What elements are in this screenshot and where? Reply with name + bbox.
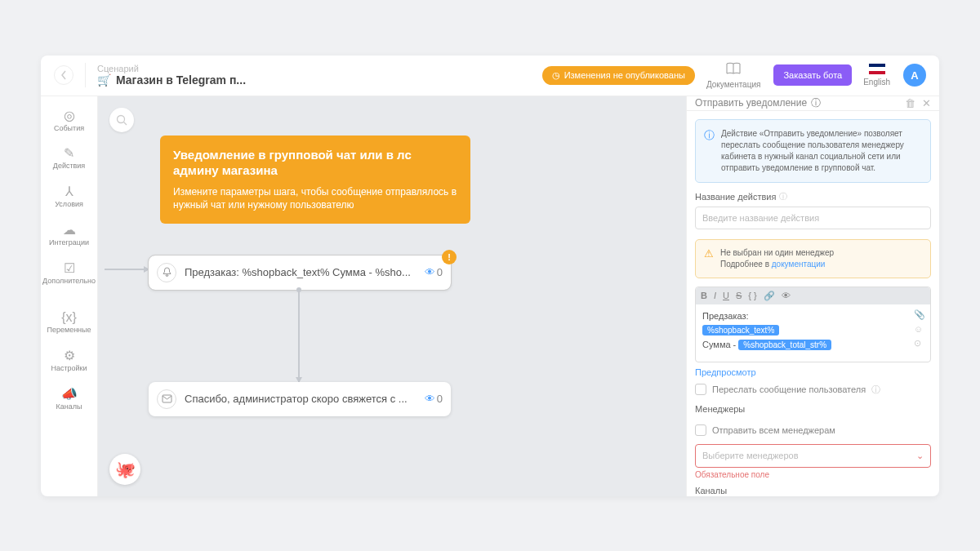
- canvas-note: Уведомление в групповой чат или в лс адм…: [160, 136, 470, 224]
- flow-node-notification[interactable]: Предзаказ: %shopback_text% Сумма - %sho.…: [149, 256, 451, 290]
- underline-button[interactable]: U: [723, 291, 729, 300]
- order-bot-button[interactable]: Заказать бота: [773, 64, 852, 86]
- properties-panel: Отправить уведомление ⓘ 🗑 ✕ ⓘ Действие «…: [686, 96, 939, 496]
- check-icon: ☑: [64, 260, 75, 276]
- action-name-input[interactable]: [695, 207, 931, 229]
- strike-button[interactable]: S: [736, 291, 742, 300]
- panel-header: Отправить уведомление ⓘ 🗑 ✕: [687, 96, 939, 111]
- target-icon: ◎: [64, 108, 75, 123]
- action-name-label: Название действия: [695, 192, 776, 202]
- variable-chip[interactable]: %shopback_total_str%: [738, 340, 831, 350]
- sidebar-item-settings[interactable]: ⚙ Настройки: [41, 341, 97, 380]
- sidebar-item-events[interactable]: ◎ События: [41, 101, 97, 140]
- docs-link[interactable]: Документация: [706, 62, 761, 89]
- connector-arrow: [105, 269, 149, 270]
- message-editor[interactable]: B I U S { } 🔗 👁 Предзаказ: %shopback_tex…: [695, 287, 931, 362]
- delete-button[interactable]: 🗑: [905, 97, 915, 109]
- sidebar-item-integrations[interactable]: ☁ Интеграции: [41, 216, 97, 254]
- managers-select[interactable]: Выберите менеджеров ⌄: [695, 444, 931, 468]
- help-icon[interactable]: ⓘ: [779, 191, 787, 202]
- book-icon: [726, 62, 741, 78]
- flow-canvas[interactable]: 🐙 Уведомление в групповой чат или в лс а…: [98, 96, 686, 496]
- unpublished-chip[interactable]: ◷ Изменения не опубликованы: [542, 66, 695, 85]
- header-divider: [85, 63, 86, 87]
- link-button[interactable]: 🔗: [764, 291, 775, 301]
- info-callout: ⓘ Действие «Отправить уведомление» позво…: [695, 119, 931, 183]
- language-switch[interactable]: English: [863, 64, 890, 87]
- validation-error: Обязательное поле: [687, 470, 939, 486]
- editor-content[interactable]: Предзаказ: %shopback_text% Сумма - %shop…: [696, 304, 930, 362]
- flag-icon: [869, 64, 885, 74]
- eye-button[interactable]: 👁: [782, 291, 791, 300]
- view-count: 👁 0: [425, 266, 443, 278]
- mail-icon: [157, 389, 176, 409]
- checkbox[interactable]: [695, 424, 706, 436]
- eye-icon: 👁: [425, 393, 435, 405]
- warning-icon: ⚠: [704, 247, 714, 270]
- cloud-icon: ☁: [63, 222, 76, 238]
- megaphone-icon: 📣: [61, 386, 78, 402]
- note-text: Измените параметры шага, чтобы сообщение…: [173, 185, 457, 213]
- help-icon[interactable]: ⓘ: [811, 96, 821, 110]
- docs-link[interactable]: документации: [772, 260, 826, 269]
- avatar[interactable]: A: [903, 64, 926, 87]
- channels-label: Каналы: [695, 486, 931, 495]
- preview-link[interactable]: Предпросмотр: [687, 367, 939, 384]
- sidebar-item-channels[interactable]: 📣 Каналы: [41, 380, 97, 418]
- breadcrumb-label: Сценарий: [97, 64, 246, 73]
- node-text: Предзаказ: %shopback_text% Сумма - %sho.…: [185, 266, 420, 278]
- note-title: Уведомление в групповой чат или в лс адм…: [173, 147, 457, 179]
- info-icon: ⓘ: [704, 128, 715, 174]
- clock-icon: ◷: [552, 70, 560, 81]
- bold-button[interactable]: B: [701, 291, 707, 300]
- italic-button[interactable]: I: [714, 291, 716, 300]
- bell-icon: [157, 263, 176, 282]
- options-icon[interactable]: ⊙: [914, 338, 925, 349]
- edit-icon: ✎: [64, 145, 74, 161]
- view-count: 👁 0: [425, 393, 443, 405]
- back-button[interactable]: [54, 65, 74, 85]
- search-button[interactable]: [109, 108, 134, 132]
- variable-chip[interactable]: %shopback_text%: [702, 325, 779, 335]
- emoji-icon[interactable]: ☺: [914, 324, 925, 334]
- send-all-checkbox-row[interactable]: Отправить всем менеджерам: [687, 424, 939, 444]
- sidebar-item-more[interactable]: ☑ Дополнительно: [41, 254, 97, 292]
- editor-toolbar: B I U S { } 🔗 👁: [696, 287, 930, 304]
- gear-icon: ⚙: [64, 348, 75, 363]
- bot-assistant-button[interactable]: 🐙: [109, 454, 140, 485]
- branch-icon: ⅄: [65, 184, 74, 199]
- checkbox[interactable]: [695, 384, 706, 395]
- svg-point-0: [118, 115, 125, 122]
- warning-callout: ⚠ Не выбран ни один менеджер Подробнее в…: [695, 239, 931, 278]
- close-button[interactable]: ✕: [922, 97, 931, 109]
- panel-title: Отправить уведомление: [695, 97, 807, 109]
- page-title: 🛒 Магазин в Telegram п...: [97, 73, 246, 87]
- managers-label: Менеджеры: [695, 404, 931, 414]
- node-text: Спасибо, администратор скоро свяжется с …: [185, 393, 420, 405]
- attach-icon[interactable]: 📎: [914, 309, 925, 320]
- warning-badge: !: [442, 250, 457, 264]
- variable-icon: {x}: [61, 310, 77, 325]
- help-icon[interactable]: ⓘ: [871, 384, 880, 396]
- connector-arrow-down: [298, 290, 300, 382]
- sidebar: ◎ События ✎ Действия ⅄ Условия ☁ Интегра…: [41, 96, 98, 496]
- eye-icon: 👁: [425, 266, 435, 278]
- forward-checkbox-row[interactable]: Переслать сообщение пользователя ⓘ: [687, 384, 939, 404]
- chevron-down-icon: ⌄: [916, 451, 924, 461]
- cart-icon: 🛒: [97, 73, 111, 87]
- sidebar-item-actions[interactable]: ✎ Действия: [41, 139, 97, 177]
- app-header: Сценарий 🛒 Магазин в Telegram п... ◷ Изм…: [41, 56, 939, 96]
- code-button[interactable]: { }: [748, 291, 756, 300]
- breadcrumb: Сценарий 🛒 Магазин в Telegram п...: [97, 64, 246, 87]
- sidebar-item-variables[interactable]: {x} Переменные: [41, 304, 97, 341]
- sidebar-item-conditions[interactable]: ⅄ Условия: [41, 177, 97, 216]
- flow-node-message[interactable]: Спасибо, администратор скоро свяжется с …: [149, 382, 451, 416]
- svg-line-1: [124, 122, 127, 125]
